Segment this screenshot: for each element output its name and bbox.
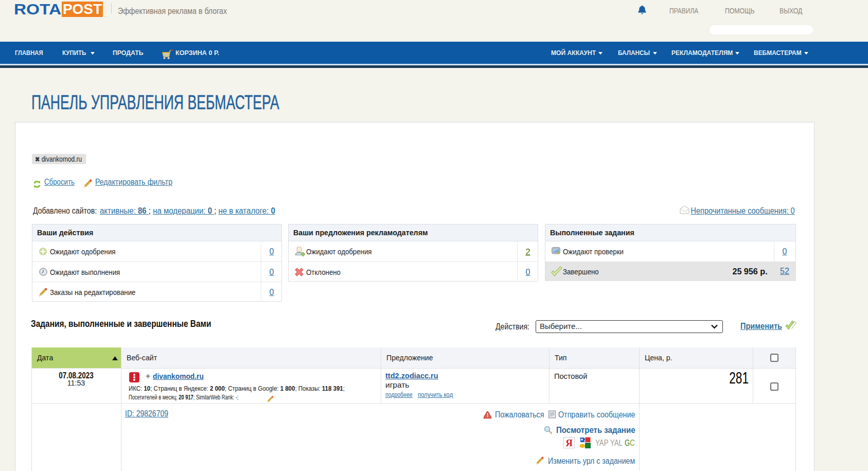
svg-text:Я: Я <box>565 438 573 448</box>
